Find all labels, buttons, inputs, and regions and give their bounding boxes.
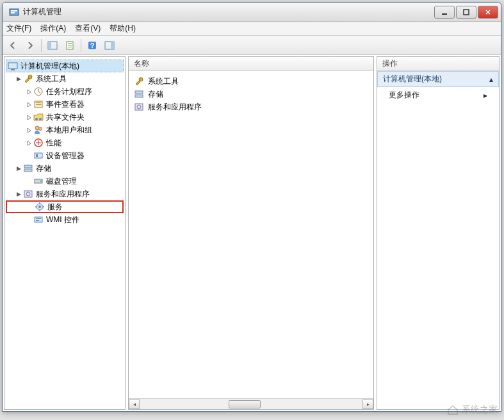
- list-body[interactable]: 系统工具 存储 服务和应用程序: [129, 71, 373, 398]
- tree-storage[interactable]: 存储: [6, 162, 124, 175]
- expand-icon[interactable]: [25, 88, 33, 95]
- svg-rect-6: [48, 42, 51, 49]
- menu-action[interactable]: 操作(A): [40, 23, 66, 34]
- tools-icon: [134, 76, 144, 86]
- expand-icon[interactable]: [25, 113, 33, 121]
- scroll-right-button[interactable]: ▸: [362, 400, 373, 409]
- menubar: 文件(F) 操作(A) 查看(V) 帮助(H): [3, 22, 501, 36]
- properties-button[interactable]: [62, 38, 77, 53]
- maximize-button[interactable]: [456, 6, 476, 19]
- tree-pane: 计算机管理(本地) 系统工具 任务计划程序: [4, 56, 126, 410]
- svg-rect-28: [36, 154, 38, 157]
- menu-view[interactable]: 查看(V): [75, 23, 101, 34]
- tree-services[interactable]: 服务: [6, 200, 124, 213]
- svg-rect-10: [68, 47, 72, 47]
- actions-title: 操作: [382, 58, 398, 69]
- svg-rect-30: [24, 169, 32, 172]
- toolbar-separator: [81, 39, 81, 52]
- svg-rect-8: [68, 43, 72, 44]
- show-hide-tree-button[interactable]: [45, 38, 60, 53]
- tree-body[interactable]: 计算机管理(本地) 系统工具 任务计划程序: [4, 57, 125, 409]
- tree-label: WMI 控件: [46, 214, 79, 225]
- svg-point-25: [39, 127, 42, 131]
- horizontal-scrollbar[interactable]: ◂ ▸: [129, 398, 373, 409]
- device-icon: [33, 150, 44, 161]
- actions-pane: 操作 计算机管理(本地) ▴ 更多操作 ▸: [377, 56, 500, 410]
- tree-device-manager[interactable]: 设备管理器: [6, 149, 124, 162]
- tree-label: 服务: [47, 202, 63, 213]
- list-item-label: 服务和应用程序: [148, 102, 202, 113]
- tree-label: 存储: [36, 163, 51, 174]
- tree-shared-folders[interactable]: 共享文件夹: [6, 111, 124, 124]
- disk-icon: [33, 176, 44, 186]
- list-item[interactable]: 存储: [133, 88, 370, 101]
- collapse-icon[interactable]: [15, 190, 22, 198]
- services-apps-icon: [134, 102, 144, 112]
- svg-rect-16: [11, 69, 15, 70]
- svg-rect-9: [68, 45, 72, 45]
- collapse-icon[interactable]: [15, 75, 22, 83]
- collapse-arrow-icon: ▴: [489, 75, 493, 84]
- minimize-button[interactable]: [434, 6, 455, 19]
- tree-system-tools[interactable]: 系统工具: [6, 72, 124, 85]
- back-button[interactable]: [5, 38, 20, 53]
- scroll-track[interactable]: [140, 400, 362, 409]
- computer-icon: [8, 61, 18, 71]
- submenu-arrow-icon: ▸: [484, 91, 487, 100]
- storage-icon: [23, 163, 33, 174]
- help-button[interactable]: ?: [85, 38, 100, 53]
- tree-disk-management[interactable]: 磁盘管理: [6, 175, 124, 188]
- actions-body: 计算机管理(本地) ▴ 更多操作 ▸: [377, 71, 499, 409]
- scroll-thumb[interactable]: [229, 400, 261, 408]
- svg-rect-15: [8, 63, 17, 69]
- tree-wmi[interactable]: WMI 控件: [6, 213, 124, 226]
- expand-icon[interactable]: [25, 139, 33, 147]
- close-button[interactable]: [478, 6, 498, 19]
- column-name: 名称: [134, 58, 149, 69]
- svg-rect-14: [111, 42, 114, 49]
- menu-help[interactable]: 帮助(H): [110, 23, 136, 34]
- tree-task-scheduler[interactable]: 任务计划程序: [6, 85, 124, 98]
- svg-point-22: [35, 118, 38, 120]
- shared-folder-icon: [33, 112, 44, 122]
- tree-event-viewer[interactable]: 事件查看器: [6, 98, 124, 111]
- svg-rect-4: [464, 10, 469, 15]
- users-icon: [33, 125, 44, 135]
- toolbar: ?: [3, 36, 501, 55]
- svg-point-40: [139, 77, 143, 81]
- svg-point-23: [39, 118, 42, 120]
- content-area: 计算机管理(本地) 系统工具 任务计划程序: [3, 55, 501, 411]
- tools-icon: [23, 74, 33, 84]
- svg-point-32: [40, 181, 42, 182]
- action-label: 更多操作: [389, 90, 419, 101]
- list-pane: 名称 系统工具 存储 服务和应用程序: [128, 56, 374, 410]
- menu-file[interactable]: 文件(F): [6, 23, 31, 34]
- expand-icon[interactable]: [25, 101, 33, 108]
- list-header[interactable]: 名称: [129, 57, 373, 71]
- list-item[interactable]: 服务和应用程序: [133, 101, 370, 113]
- action-pane-toggle-button[interactable]: [102, 38, 117, 53]
- svg-rect-29: [24, 165, 32, 168]
- collapse-icon[interactable]: [15, 165, 22, 172]
- expand-icon[interactable]: [25, 126, 33, 134]
- list-item-label: 存储: [148, 89, 163, 100]
- tree-local-users[interactable]: 本地用户和组: [6, 124, 124, 136]
- clock-icon: [33, 86, 44, 97]
- tree-services-apps[interactable]: 服务和应用程序: [6, 188, 124, 200]
- performance-icon: [33, 138, 44, 148]
- tree-performance[interactable]: 性能: [6, 136, 124, 149]
- forward-button[interactable]: [22, 38, 38, 53]
- action-more[interactable]: 更多操作 ▸: [377, 87, 499, 103]
- svg-point-24: [35, 126, 39, 130]
- tree-label: 本地用户和组: [46, 125, 92, 136]
- svg-rect-39: [36, 220, 39, 221]
- tree-root[interactable]: 计算机管理(本地): [6, 60, 124, 72]
- titlebar: 计算机管理: [3, 3, 501, 22]
- list-item[interactable]: 系统工具: [133, 75, 370, 88]
- svg-rect-41: [135, 91, 143, 93]
- services-apps-icon: [23, 189, 33, 199]
- svg-rect-3: [442, 13, 447, 15]
- action-section-header[interactable]: 计算机管理(本地) ▴: [377, 71, 499, 87]
- scroll-left-button[interactable]: ◂: [129, 400, 140, 409]
- app-icon: [9, 7, 19, 17]
